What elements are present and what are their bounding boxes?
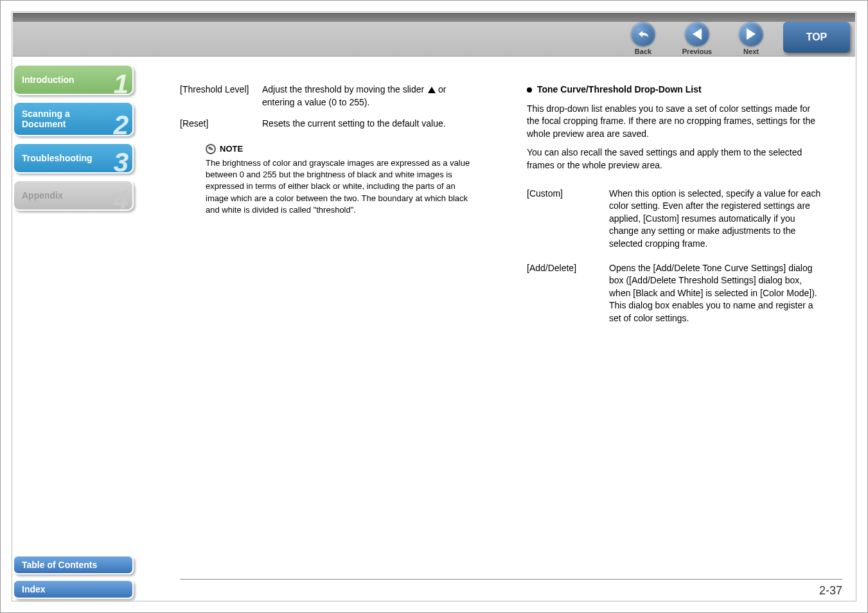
definition-add-delete: [Add/Delete] Opens the [Add/Delete Tone …: [527, 262, 822, 325]
sidebar-item-number: 1: [114, 71, 128, 98]
bullet-icon: [527, 87, 532, 93]
def-term: [Reset]: [180, 118, 262, 130]
def-desc: Resets the current setting to the defaul…: [262, 118, 475, 130]
sidebar-item-label: Troubleshooting: [22, 153, 93, 163]
note-header: ✎ NOTE: [206, 143, 475, 155]
nav-next-label: Next: [743, 48, 759, 55]
sidebar-bottom: Table of Contents Index: [13, 550, 141, 599]
def-desc: When this option is selected, specify a …: [609, 188, 822, 251]
def-term: [Add/Delete]: [527, 262, 609, 325]
section-heading: Tone Curve/Threshold Drop-Down List: [527, 84, 822, 96]
sidebar-item-label: Scanning a Document: [22, 109, 70, 129]
definition-threshold-level: [Threshold Level] Adjust the threshold b…: [180, 84, 475, 109]
def-desc: Opens the [Add/Delete Tone Curve Setting…: [609, 262, 822, 325]
top-button[interactable]: TOP: [783, 22, 850, 53]
right-column: Tone Curve/Threshold Drop-Down List This…: [527, 84, 822, 337]
top-toolbar: Back Previous Next TOP: [13, 13, 855, 57]
footer-divider: [180, 579, 842, 580]
toc-label: Table of Contents: [22, 560, 97, 570]
index-button[interactable]: Index: [13, 580, 134, 599]
sidebar-item-label: Appendix: [22, 190, 63, 200]
def-desc-text-a: Adjust the threshold by moving the slide…: [262, 84, 427, 94]
nav-back-label: Back: [635, 48, 651, 55]
index-label: Index: [22, 584, 46, 594]
sidebar-item-number: 4: [114, 186, 128, 213]
def-term: [Custom]: [527, 188, 609, 251]
top-button-label: TOP: [806, 31, 828, 43]
page-number: 2-37: [819, 584, 842, 598]
sidebar-item-troubleshooting[interactable]: Troubleshooting 3: [13, 143, 134, 173]
toc-button[interactable]: Table of Contents: [13, 555, 134, 574]
note-text: The brightness of color and grayscale im…: [206, 157, 475, 216]
nav-next[interactable]: Next: [736, 22, 766, 55]
left-column: [Threshold Level] Adjust the threshold b…: [180, 84, 475, 337]
nav-button-group: Back Previous Next: [628, 22, 766, 55]
sidebar-item-introduction[interactable]: Introduction 1: [13, 64, 134, 95]
sidebar-item-label: Introduction: [22, 75, 75, 85]
definition-custom: [Custom] When this option is selected, s…: [527, 188, 822, 251]
nav-previous-label: Previous: [682, 48, 712, 55]
back-icon: [631, 22, 655, 46]
sidebar-item-appendix[interactable]: Appendix 4: [13, 180, 134, 211]
triangle-up-icon: [428, 87, 436, 93]
previous-icon: [685, 22, 709, 46]
heading-text: Tone Curve/Threshold Drop-Down List: [537, 84, 702, 96]
sidebar-item-number: 2: [114, 112, 128, 139]
note-block: ✎ NOTE The brightness of color and grays…: [206, 143, 475, 216]
note-icon: ✎: [204, 143, 217, 155]
topbar-accent: [13, 13, 855, 22]
definition-reset: [Reset] Resets the current setting to th…: [180, 118, 475, 130]
paragraph: You can also recall the saved settings a…: [527, 147, 822, 172]
nav-back[interactable]: Back: [628, 22, 659, 55]
sidebar-item-number: 3: [114, 149, 128, 176]
sidebar-item-scanning[interactable]: Scanning a Document 2: [13, 102, 134, 136]
next-icon: [739, 22, 763, 46]
sidebar: Introduction 1 Scanning a Document 2 Tro…: [13, 64, 141, 217]
nav-previous[interactable]: Previous: [682, 22, 713, 55]
def-desc: Adjust the threshold by moving the slide…: [262, 84, 475, 109]
main-content: [Threshold Level] Adjust the threshold b…: [180, 84, 842, 337]
paragraph: This drop-down list enables you to save …: [527, 103, 822, 141]
note-label: NOTE: [220, 143, 243, 155]
def-term: [Threshold Level]: [180, 84, 262, 109]
